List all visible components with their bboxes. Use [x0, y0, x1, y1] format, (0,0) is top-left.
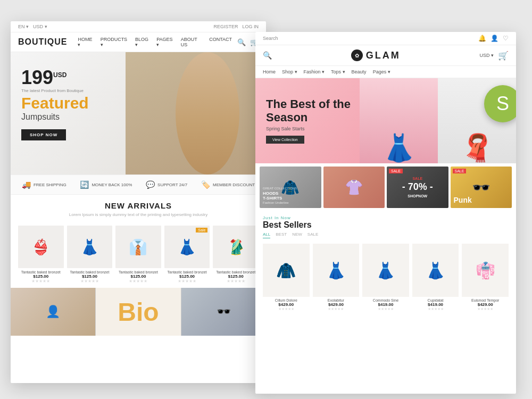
new-arrivals-subtitle: Lorem Ipsum is simply dummy text of the … [18, 212, 259, 217]
category-label: GREAT COLLECTIONS HOODST-SHIRTS Fashion … [263, 187, 297, 205]
login-link[interactable]: LOG IN [242, 24, 259, 29]
glam-nav-links: Home Shop ▾ Fashion ▾ Tops ▾ Beauty Page… [255, 66, 516, 78]
glam-navbar: 🔍 ✿ GLAM USD ▾ 🛒 [255, 45, 516, 66]
glam-utility-bar: Search 🔔 👤 ♡ [255, 32, 516, 45]
product-name: Tantastic baked bronzet [213, 270, 259, 274]
product-image: 👙 [18, 226, 64, 268]
category-image: 👚 [323, 167, 385, 208]
bs-product-price: $429.00 [462, 302, 509, 307]
currency-selector[interactable]: USD ▾ [33, 24, 47, 29]
bs-product-image: 🧥 [263, 244, 310, 297]
bs-product-rating: ★★★★★ [362, 307, 409, 311]
glam-nav-tops[interactable]: Tops ▾ [331, 69, 345, 74]
notification-icon[interactable]: 🔔 [478, 35, 486, 42]
discount-icon: 🏷️ [201, 180, 210, 189]
product-card[interactable]: 👗 Tantastic baked bronzet $125.00 ★★★★★ [67, 226, 113, 284]
shopify-icon: S [484, 85, 516, 122]
bs-product-rating: ★★★★★ [412, 307, 459, 311]
feature-shipping: 🚚 FREE SHIPPING [22, 180, 66, 189]
bottom-teasers: 👤 Bio 🕶️ [11, 288, 266, 336]
product-image: 👔 [115, 226, 161, 268]
shopify-badge: S [484, 85, 516, 122]
feature-money-back: 🔄 MONEY BACK 100% [80, 180, 132, 189]
bs-product-card[interactable]: 👗 Commodo Sine $419.00 ★★★★★ [362, 244, 409, 311]
sale-badge: SALE [389, 169, 403, 173]
hero-featured: Featured [21, 95, 89, 111]
bs-product-card[interactable]: 👗 Cupidatat $419.00 ★★★★★ [412, 244, 459, 311]
tab-sale[interactable]: SALE [307, 232, 318, 238]
nav-about[interactable]: ABOUT US [181, 37, 205, 47]
product-card[interactable]: 👗 Sale Tantastic baked bronzet $125.00 ★… [164, 226, 210, 284]
category-punk[interactable]: 🕶️ Punk SALE [451, 167, 512, 208]
shop-now-button[interactable]: SHOP NOW [21, 129, 66, 140]
glam-nav-fashion[interactable]: Fashion ▾ [304, 69, 325, 74]
glam-nav-beauty[interactable]: Beauty [352, 69, 367, 74]
category-sale[interactable]: SALE - 70% - SHOPNOW SALE [387, 167, 448, 208]
product-image: 👗 Sale [164, 226, 210, 268]
boutique-logo: BOUTIQUE [18, 37, 67, 47]
product-card[interactable]: 🥻 Tantastic baked bronzet $125.00 ★★★★★ [213, 226, 259, 284]
glam-hero-subtitle: Spring Sale Starts [266, 126, 375, 131]
product-image: 🥻 [213, 226, 259, 268]
bs-product-card[interactable]: 🧥 Cillum Dolore $429.00 ★★★★★ [263, 244, 310, 311]
tab-all[interactable]: ALL [263, 232, 270, 238]
register-link[interactable]: REGISTER [213, 24, 238, 29]
glam-currency[interactable]: USD ▾ [479, 53, 494, 58]
glam-nav-home[interactable]: Home [263, 69, 276, 74]
glam-nav-shop[interactable]: Shop ▾ [282, 69, 297, 74]
glam-nav-right: USD ▾ 🛒 [479, 51, 509, 61]
category-fashion[interactable]: 👚 [323, 167, 385, 208]
best-sellers-section: Just In Now Best Sellers ALL BEST NEW SA… [255, 211, 516, 240]
nav-blog[interactable]: BLOG ▾ [135, 37, 152, 47]
glam-logo: GLAM [366, 50, 401, 61]
bs-product-card[interactable]: 👘 Euismod Tempor $429.00 ★★★★★ [462, 244, 509, 311]
product-price: $125.00 [18, 274, 64, 279]
bs-product-image: 👗 [412, 244, 459, 297]
glam-search-icon[interactable]: 🔍 [263, 51, 272, 60]
bs-product-image: 👘 [462, 244, 509, 297]
hero-text-block: 199USD The latest Product from Boutique … [21, 68, 89, 140]
tab-best[interactable]: BEST [276, 232, 287, 238]
nav-home[interactable]: HOME ▾ [78, 37, 96, 47]
sale-badge: SALE [453, 169, 467, 173]
feature-support: 💬 SUPPORT 24/7 [146, 180, 187, 189]
glam-search-label[interactable]: Search [263, 36, 278, 41]
bs-product-card[interactable]: 👗 Exolabitur $429.00 ★★★★★ [313, 244, 360, 311]
category-hoods[interactable]: 🧥 GREAT COLLECTIONS HOODST-SHIRTS Fashio… [260, 167, 321, 208]
language-selector[interactable]: EN ▾ [18, 24, 29, 29]
nav-products[interactable]: PRODUCTS ▾ [101, 37, 131, 47]
feature-shipping-label: FREE SHIPPING [34, 182, 66, 187]
glam-logo-icon: ✿ [351, 49, 363, 61]
feature-money-back-label: MONEY BACK 100% [92, 182, 132, 187]
best-sellers-grid: 🧥 Cillum Dolore $429.00 ★★★★★ 👗 Exolabit… [255, 240, 516, 314]
product-card[interactable]: 👔 Tantastic baked bronzet $125.00 ★★★★★ [115, 226, 161, 284]
product-price: $125.00 [115, 274, 161, 279]
view-collection-button[interactable]: View Collection [266, 136, 304, 144]
search-icon[interactable]: 🔍 [237, 38, 246, 46]
bs-product-rating: ★★★★★ [313, 307, 360, 311]
bs-product-name: Exolabitur [313, 298, 360, 302]
boutique-navbar: BOUTIQUE HOME ▾ PRODUCTS ▾ BLOG ▾ PAGES … [11, 32, 266, 52]
bs-product-name: Cillum Dolore [263, 298, 310, 302]
bs-product-rating: ★★★★★ [462, 307, 509, 311]
nav-pages[interactable]: PAGES ▾ [156, 37, 176, 47]
glam-cart-icon[interactable]: 🛒 [498, 51, 509, 61]
account-icon[interactable]: 👤 [491, 35, 498, 42]
glam-categories: 🧥 GREAT COLLECTIONS HOODST-SHIRTS Fashio… [255, 163, 516, 211]
money-back-icon: 🔄 [80, 180, 89, 189]
product-rating: ★★★★★ [18, 279, 64, 284]
feature-discount: 🏷️ MEMBER DISCOUNT [201, 180, 255, 189]
teaser-person-left: 👤 [11, 288, 96, 336]
product-name: Tantastic baked bronzet [67, 270, 113, 274]
bs-product-price: $419.00 [362, 302, 409, 307]
tab-new[interactable]: NEW [292, 232, 302, 238]
teaser-person-right: 🕶️ [181, 288, 266, 336]
wishlist-icon[interactable]: ♡ [503, 35, 509, 42]
bs-product-price: $419.00 [412, 302, 459, 307]
glam-nav-pages[interactable]: Pages ▾ [373, 69, 390, 74]
glam-hero-model-left: 👗 [360, 78, 438, 163]
bs-product-image: 👗 [313, 244, 360, 297]
product-name: Tantastic baked bronzet [18, 270, 64, 274]
product-card[interactable]: 👙 Tantastic baked bronzet $125.00 ★★★★★ [18, 226, 64, 284]
nav-contact[interactable]: CONTACT [209, 37, 232, 47]
